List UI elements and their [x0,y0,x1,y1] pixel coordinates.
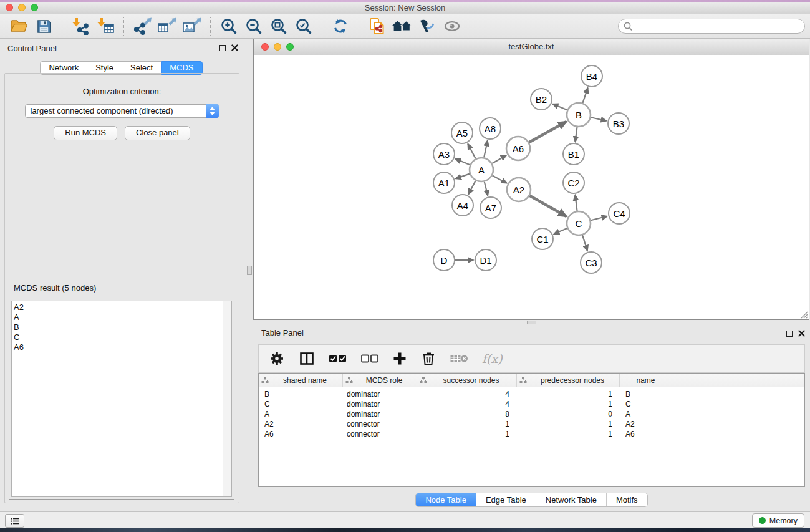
table-cell[interactable]: B [259,390,343,399]
task-history-button[interactable] [5,514,24,528]
close-panel-button[interactable]: Close panel [125,126,190,140]
graph-node-A4[interactable]: A4 [452,195,473,216]
graph-edge-A-A4[interactable] [468,181,475,195]
close-window-button[interactable] [6,4,13,11]
table-cell[interactable]: B [620,390,672,399]
result-list-scrollbar[interactable] [223,301,231,496]
minimize-window-button[interactable] [274,43,281,51]
table-cell[interactable]: 1 [417,430,517,438]
window-resize-grip[interactable] [799,310,808,319]
column-header-mcds-role[interactable]: MCDS role [343,374,417,387]
graph-node-A[interactable]: A [470,158,493,181]
graph-node-C1[interactable]: C1 [532,228,553,249]
memory-button[interactable]: Memory [752,513,804,528]
table-row[interactable]: Cdominator41C [259,399,804,409]
graph-edge-A2-C[interactable] [529,196,566,216]
document-network-icon[interactable] [366,16,388,37]
table-cell[interactable]: 1 [417,420,517,428]
graph-node-B3[interactable]: B3 [608,113,629,134]
graph-edge-B-B3[interactable] [591,117,607,120]
graph-node-C3[interactable]: C3 [581,252,602,273]
graph-edge-A-A6[interactable] [492,155,506,163]
zoom-in-icon[interactable] [218,16,240,37]
deselect-all-checkboxes-icon[interactable] [361,354,378,364]
graph-node-A8[interactable]: A8 [480,118,501,139]
settings-gear-icon[interactable] [269,351,285,367]
zoom-out-icon[interactable] [243,16,265,37]
graph-node-A7[interactable]: A7 [480,197,501,218]
double-home-icon[interactable] [391,16,413,37]
result-item[interactable]: A2 [12,301,231,312]
graph-node-A3[interactable]: A3 [433,143,455,165]
column-header-predecessor-nodes[interactable]: predecessor nodes [517,374,620,387]
column-header-name[interactable]: name [620,374,672,387]
eye-icon[interactable] [441,16,463,37]
column-header-shared-name[interactable]: shared name [259,374,343,387]
table-cell[interactable]: C [620,400,672,409]
table-cell[interactable]: 1 [517,420,620,428]
graph-edge-B-B2[interactable] [552,104,567,110]
import-table-icon[interactable] [94,16,117,37]
export-table-icon[interactable] [156,16,178,37]
zoom-fit-icon[interactable] [268,16,290,37]
search-input[interactable] [635,20,799,34]
criterion-dropdown[interactable]: largest connected component (directed) [25,104,219,118]
column-layout-icon[interactable] [299,351,315,367]
graph-edge-C-C4[interactable] [591,216,607,220]
zoom-window-button[interactable] [31,4,38,11]
run-mcds-button[interactable]: Run MCDS [54,126,117,140]
graph-edge-A-A5[interactable] [468,144,475,159]
table-cell[interactable]: dominator [343,400,417,409]
zoom-selected-icon[interactable] [292,16,315,37]
tab-network-table[interactable]: Network Table [536,493,606,506]
graph-edge-C-C1[interactable] [554,228,567,234]
graph-edge-C-C3[interactable] [582,235,587,251]
close-window-button[interactable] [261,43,269,51]
select-all-checkboxes-icon[interactable] [329,353,347,364]
table-cell[interactable]: 1 [517,430,620,438]
table-cell[interactable]: A6 [620,430,672,438]
graph-edge-A-A8[interactable] [484,141,488,158]
minimize-window-button[interactable] [18,4,26,11]
table-cell[interactable]: A [620,410,672,418]
table-cell[interactable]: A6 [259,430,343,438]
search-field[interactable] [618,19,805,34]
result-item[interactable]: A [12,312,231,322]
table-cell[interactable]: 1 [517,390,620,399]
refresh-icon[interactable] [329,16,352,37]
graph-node-A5[interactable]: A5 [451,122,473,143]
table-cell[interactable]: A2 [259,420,343,428]
eye-slash-icon[interactable] [416,16,438,37]
table-row[interactable]: Adominator80A [259,409,804,419]
table-cell[interactable]: A2 [620,420,672,428]
result-item[interactable]: B [12,322,231,332]
table-cell[interactable]: dominator [343,410,417,418]
table-cell[interactable]: 4 [417,390,517,399]
close-panel-icon[interactable] [798,330,805,337]
table-cell[interactable]: 8 [417,410,517,418]
graph-edge-A-A3[interactable] [455,159,470,165]
tab-node-table[interactable]: Node Table [416,493,476,506]
add-column-icon[interactable] [392,351,407,366]
graph-edge-B-B1[interactable] [576,127,577,142]
mcds-result-list[interactable]: A2ABCA6 [11,301,232,497]
close-panel-icon[interactable] [231,44,238,51]
graph-node-C2[interactable]: C2 [563,172,584,193]
graph-edge-A-A2[interactable] [493,175,507,183]
network-window-titlebar[interactable]: testGlobe.txt [254,39,809,56]
graph-edge-A-A7[interactable] [485,181,488,195]
graph-node-B4[interactable]: B4 [581,65,602,87]
table-cell[interactable]: 1 [517,400,620,409]
network-canvas[interactable]: AA1A2A3A4A5A6A7A8BB1B2B3B4CC1C2C3C4DD1 [254,55,809,319]
result-item[interactable]: A6 [12,342,231,352]
graph-node-B2[interactable]: B2 [531,89,552,110]
graph-edge-B-B4[interactable] [582,88,587,103]
graph-node-A2[interactable]: A2 [507,178,531,201]
float-panel-icon[interactable] [786,331,793,337]
import-network-icon[interactable] [69,16,92,37]
graph-edge-A-A1[interactable] [456,174,470,179]
network-graph[interactable]: AA1A2A3A4A5A6A7A8BB1B2B3B4CC1C2C3C4DD1 [254,55,809,319]
export-image-icon[interactable] [181,16,203,37]
table-cell[interactable]: 4 [417,400,517,409]
graph-node-A6[interactable]: A6 [506,137,530,160]
